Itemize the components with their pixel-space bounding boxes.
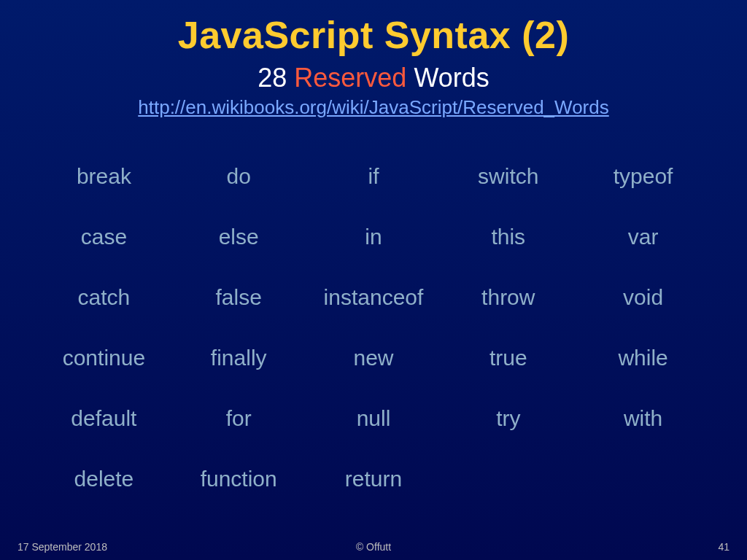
subtitle-prefix: 28	[258, 63, 294, 93]
footer-copyright: © Offutt	[0, 541, 747, 553]
reserved-word: false	[171, 268, 306, 328]
reserved-word: else	[171, 207, 306, 268]
reserved-word: break	[36, 147, 171, 207]
reserved-word: throw	[441, 268, 576, 328]
reserved-word: with	[576, 388, 711, 448]
reserved-word	[576, 448, 711, 509]
reserved-word: this	[441, 207, 576, 268]
reserved-word: switch	[441, 147, 576, 207]
reserved-word: new	[306, 328, 441, 389]
reserved-word: for	[171, 388, 306, 448]
reserved-word: try	[441, 388, 576, 448]
subtitle-suffix: Words	[406, 63, 489, 93]
reserved-word: default	[36, 388, 171, 448]
reserved-word: case	[36, 207, 171, 268]
reserved-word: instanceof	[306, 268, 441, 328]
reference-link[interactable]: http://en.wikibooks.org/wiki/JavaScript/…	[29, 96, 718, 119]
reserved-word: while	[576, 328, 711, 389]
reserved-word: void	[576, 268, 711, 328]
slide-footer: 17 September 2018 © Offutt 41	[0, 541, 747, 553]
reserved-words-grid: break do if switch typeof case else in t…	[29, 147, 718, 531]
slide-title: JavaScript Syntax (2)	[29, 13, 718, 57]
reserved-word: function	[171, 448, 306, 509]
reserved-word: continue	[36, 328, 171, 389]
reserved-word: in	[306, 207, 441, 268]
reserved-word: null	[306, 388, 441, 448]
reserved-word: typeof	[576, 147, 711, 207]
reserved-word: var	[576, 207, 711, 268]
slide-subtitle: 28 Reserved Words	[29, 63, 718, 93]
reserved-word: finally	[171, 328, 306, 389]
reserved-word: true	[441, 328, 576, 389]
reserved-word: return	[306, 448, 441, 509]
reserved-word: delete	[36, 448, 171, 509]
reserved-word: if	[306, 147, 441, 207]
reserved-word	[441, 448, 576, 509]
subtitle-accent: Reserved	[294, 63, 406, 93]
reserved-word: catch	[36, 268, 171, 328]
reserved-word: do	[171, 147, 306, 207]
slide: JavaScript Syntax (2) 28 Reserved Words …	[0, 0, 747, 560]
